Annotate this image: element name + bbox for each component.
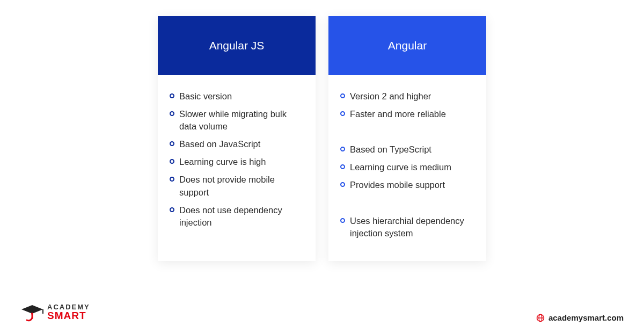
list-item: Faster and more reliable bbox=[340, 108, 474, 120]
comparison-container: Angular JS Basic version Slower while mi… bbox=[0, 0, 644, 261]
bullet-icon bbox=[170, 93, 174, 98]
card-angularjs: Angular JS Basic version Slower while mi… bbox=[158, 16, 316, 261]
bullet-icon bbox=[340, 111, 345, 116]
list-item-text: Based on TypeScript bbox=[350, 143, 431, 156]
card-header-angular: Angular bbox=[328, 16, 486, 75]
site-link[interactable]: academysmart.com bbox=[536, 313, 624, 322]
bullet-icon bbox=[340, 164, 345, 169]
list-item: Version 2 and higher bbox=[340, 90, 474, 103]
list-item: Does not use dependency injection bbox=[170, 204, 304, 229]
list-item-text: Based on JavaScript bbox=[179, 138, 260, 150]
card-body-angular: Version 2 and higher Faster and more rel… bbox=[328, 75, 486, 261]
globe-icon bbox=[536, 314, 545, 322]
list-item-text: Does not use dependency injection bbox=[179, 204, 304, 229]
list-item: Based on TypeScript bbox=[340, 143, 474, 156]
card-body-angularjs: Basic version Slower while migrating bul… bbox=[158, 75, 316, 250]
bullet-icon bbox=[170, 141, 174, 146]
bullet-icon bbox=[170, 159, 174, 164]
list-item-text: Version 2 and higher bbox=[350, 90, 431, 103]
bullet-icon bbox=[340, 147, 345, 151]
list-item-text: Does not provide mobile support bbox=[179, 173, 304, 198]
list-item-text: Learning curve is medium bbox=[350, 161, 451, 173]
card-angular: Angular Version 2 and higher Faster and … bbox=[328, 16, 486, 261]
site-url: academysmart.com bbox=[548, 313, 624, 322]
bullet-icon bbox=[340, 218, 345, 223]
list-item-text: Slower while migrating bulk data volume bbox=[179, 108, 304, 133]
list-item: Learning curve is high bbox=[170, 156, 304, 168]
svg-point-0 bbox=[31, 313, 33, 315]
list-item: Does not provide mobile support bbox=[170, 173, 304, 198]
bullet-icon bbox=[170, 177, 174, 182]
bullet-icon bbox=[170, 111, 174, 116]
list-item: Learning curve is medium bbox=[340, 161, 474, 173]
bullet-icon bbox=[340, 182, 345, 187]
card-header-angularjs: Angular JS bbox=[158, 16, 316, 75]
footer: ACADEMY SMART academysmart.com bbox=[20, 302, 624, 322]
bullet-icon bbox=[170, 207, 174, 212]
bullet-icon bbox=[340, 93, 345, 98]
list-item-text: Basic version bbox=[179, 90, 232, 103]
list-item: Uses hierarchial dependency injection sy… bbox=[340, 215, 474, 240]
list-item-text: Learning curve is high bbox=[179, 156, 266, 168]
list-item-text: Provides mobile support bbox=[350, 179, 445, 191]
list-item: Provides mobile support bbox=[340, 179, 474, 191]
brand-logo: ACADEMY SMART bbox=[20, 302, 90, 322]
list-item-text: Uses hierarchial dependency injection sy… bbox=[350, 215, 474, 240]
graduation-cap-icon bbox=[20, 302, 44, 322]
list-item: Basic version bbox=[170, 90, 304, 103]
brand-name-line2: SMART bbox=[47, 310, 90, 321]
brand-logo-text: ACADEMY SMART bbox=[47, 303, 90, 321]
list-item-text: Faster and more reliable bbox=[350, 108, 446, 120]
list-item: Based on JavaScript bbox=[170, 138, 304, 150]
list-item: Slower while migrating bulk data volume bbox=[170, 108, 304, 133]
